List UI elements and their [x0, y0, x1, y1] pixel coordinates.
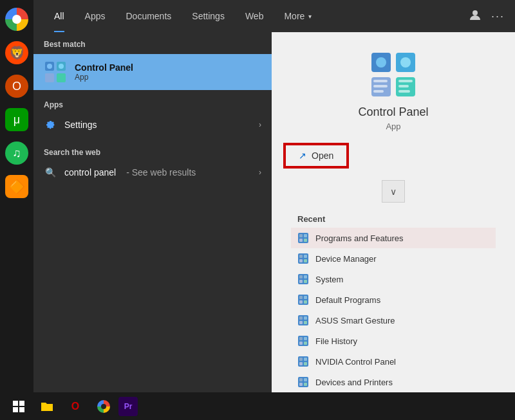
app-icon-large	[370, 51, 417, 98]
svg-rect-22	[304, 239, 307, 242]
svg-point-6	[59, 64, 64, 69]
svg-rect-42	[304, 342, 307, 345]
svg-rect-32	[304, 296, 307, 299]
svg-rect-46	[304, 362, 307, 365]
best-match-subtitle: App	[75, 73, 133, 82]
svg-rect-25	[299, 259, 303, 262]
best-match-item[interactable]: Control Panel App	[33, 54, 272, 90]
svg-rect-50	[304, 383, 307, 386]
control-panel-icon	[44, 60, 67, 84]
app-type: App	[386, 122, 400, 131]
chrome-taskbar-button[interactable]	[90, 393, 117, 420]
svg-rect-15	[398, 90, 410, 93]
svg-rect-27	[299, 275, 303, 278]
best-match-title: Control Panel	[75, 62, 133, 73]
recent-item-icon-1	[297, 253, 309, 264]
svg-rect-33	[299, 300, 303, 304]
tab-settings[interactable]: Settings	[182, 0, 235, 32]
desktop-icon-browser[interactable]: O	[0, 69, 33, 103]
taskbar-left: 🦁 O μ ♫ 🔶	[0, 0, 33, 392]
premiere-button[interactable]: Pr	[118, 397, 138, 416]
recent-item-icon-2	[297, 273, 309, 285]
recent-item-label-1: Device Manager	[315, 254, 377, 264]
recent-item-label-3: Default Programs	[315, 295, 380, 305]
recent-label: Recent	[291, 209, 496, 228]
expand-button[interactable]: ∨	[382, 180, 405, 203]
search-web-item[interactable]: 🔍 control panel - See web results ›	[33, 160, 272, 185]
file-explorer-button[interactable]	[33, 393, 61, 420]
recent-item-label-4: ASUS Smart Gesture	[315, 316, 395, 325]
svg-rect-48	[304, 378, 307, 381]
open-button-wrapper: ↗ Open	[285, 144, 348, 167]
settings-label: Settings	[64, 120, 97, 130]
svg-rect-20	[304, 234, 307, 237]
svg-rect-3	[45, 73, 54, 82]
svg-rect-17	[373, 85, 388, 87]
recent-item-4[interactable]: ASUS Smart Gesture	[291, 310, 496, 331]
svg-rect-51	[13, 401, 18, 406]
desktop: 🦁 O μ ♫ 🔶 All Apps Documents	[0, 0, 515, 420]
recent-item-icon-7	[297, 376, 309, 388]
svg-rect-45	[299, 362, 303, 365]
chevron-down-icon: ∨	[390, 187, 397, 197]
apps-label: Apps	[33, 95, 272, 112]
recent-item-icon-0	[297, 232, 309, 244]
svg-rect-26	[304, 259, 307, 262]
desktop-icon-spotify[interactable]: ♫	[0, 136, 33, 170]
svg-rect-39	[299, 337, 303, 340]
svg-point-12	[400, 57, 411, 68]
settings-menu-item[interactable]: Settings ›	[33, 112, 272, 138]
tab-web[interactable]: Web	[235, 0, 274, 32]
svg-rect-18	[373, 90, 384, 93]
recent-item-7[interactable]: Devices and Printers	[291, 372, 496, 392]
open-label: Open	[312, 151, 333, 161]
best-match-label: Best match	[33, 32, 272, 54]
recent-item-3[interactable]: Default Programs	[291, 289, 496, 310]
recent-item-1[interactable]: Device Manager	[291, 248, 496, 269]
start-button[interactable]	[5, 393, 32, 420]
tab-all[interactable]: All	[44, 0, 75, 32]
recent-section: Recent Prog	[285, 209, 502, 392]
tab-more[interactable]: More ▾	[274, 0, 322, 32]
svg-rect-23	[299, 255, 303, 258]
recent-item-5[interactable]: File History	[291, 331, 496, 351]
svg-rect-16	[373, 80, 388, 82]
svg-point-5	[47, 64, 52, 69]
person-icon[interactable]	[469, 9, 481, 23]
desktop-icon-vlc[interactable]: 🔶	[0, 170, 33, 203]
right-panel: Control Panel App ↗ Open ∨ Recent	[272, 32, 515, 392]
recent-item-6[interactable]: NVIDIA Control Panel	[291, 351, 496, 372]
svg-rect-36	[304, 316, 307, 320]
svg-rect-34	[304, 300, 307, 304]
desktop-icon-brave[interactable]: 🦁	[0, 36, 33, 69]
recent-item-icon-3	[297, 294, 309, 306]
recent-item-0[interactable]: Programs and Features	[291, 228, 496, 248]
main-content: Best match	[33, 32, 515, 392]
search-web-query: control panel	[64, 167, 116, 178]
svg-point-11	[376, 57, 386, 68]
apps-section: Apps Settings ›	[33, 90, 272, 143]
svg-rect-31	[299, 296, 303, 299]
search-web-icon: 🔍	[44, 166, 57, 179]
svg-point-0	[473, 10, 478, 15]
start-menu: All Apps Documents Settings Web More ▾	[33, 0, 515, 392]
svg-rect-54	[19, 407, 24, 412]
svg-rect-49	[299, 383, 303, 386]
ellipsis-icon[interactable]: ···	[491, 10, 505, 23]
open-button[interactable]: ↗ Open	[285, 144, 348, 167]
desktop-icon-utorrent[interactable]: μ	[0, 103, 33, 136]
recent-item-icon-5	[297, 335, 309, 347]
chevron-down-icon: ▾	[308, 13, 312, 20]
desktop-icon-chrome[interactable]	[0, 3, 33, 36]
recent-item-label-6: NVIDIA Control Panel	[315, 357, 396, 367]
svg-rect-29	[299, 280, 303, 283]
recent-item-label-2: System	[315, 275, 343, 284]
tab-apps[interactable]: Apps	[75, 0, 116, 32]
search-web-arrow-icon: ›	[259, 168, 261, 177]
recent-item-2[interactable]: System	[291, 269, 496, 289]
svg-rect-19	[299, 234, 303, 237]
best-match-info: Control Panel App	[75, 62, 133, 82]
tab-documents[interactable]: Documents	[115, 0, 182, 32]
svg-rect-30	[304, 280, 307, 283]
opera-button[interactable]: O	[62, 393, 89, 420]
